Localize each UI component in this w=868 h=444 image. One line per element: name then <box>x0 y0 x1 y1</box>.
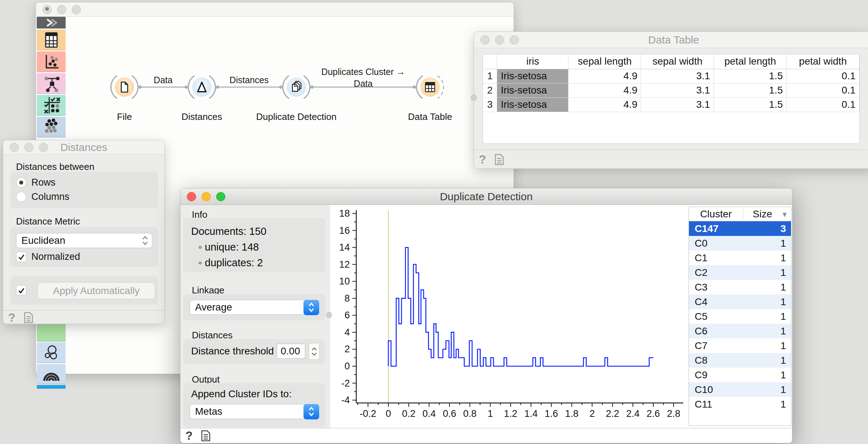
cluster-row[interactable]: C41 <box>689 294 791 309</box>
column-header[interactable]: iris <box>497 54 568 69</box>
help-icon[interactable]: ? <box>8 312 15 323</box>
cluster-row[interactable]: C91 <box>689 368 791 382</box>
workflow-node-distances[interactable] <box>188 76 215 98</box>
threshold-label: Distance threshold <box>191 345 274 357</box>
zoom-button[interactable] <box>72 5 81 14</box>
value-cell: 3.1 <box>641 69 714 83</box>
category-arcs[interactable] <box>37 364 66 384</box>
chevron-up-down-icon <box>303 404 319 419</box>
help-icon[interactable]: ? <box>185 430 193 442</box>
workflow-node-data-table[interactable] <box>417 76 444 98</box>
cluster-row[interactable]: C11 <box>689 251 791 265</box>
value-cell: 0.1 <box>787 97 859 112</box>
category-data[interactable] <box>37 30 66 50</box>
linkage-select[interactable]: Average <box>190 300 319 315</box>
report-icon[interactable] <box>495 154 504 165</box>
column-header[interactable]: sepal length <box>568 54 641 69</box>
table-header-row: irissepal lengthsepal widthpetal lengthp… <box>483 54 859 69</box>
y-tick-label: 16 <box>339 225 350 236</box>
column-header[interactable]: petal width <box>787 54 859 69</box>
value-cell: 4.9 <box>568 97 641 112</box>
canvas-titlebar[interactable] <box>36 2 514 17</box>
collapse-toolbar-button[interactable] <box>37 17 66 29</box>
window-edge-handle[interactable] <box>471 95 477 101</box>
cluster-row[interactable]: C111 <box>689 397 791 412</box>
cluster-size: 1 <box>748 399 791 410</box>
append-select[interactable]: Metas <box>190 404 319 419</box>
cluster-id: C11 <box>689 399 748 410</box>
data-table-window: Data Table irissepal lengthsepal widthpe… <box>474 31 868 169</box>
report-icon[interactable] <box>201 430 210 442</box>
workflow-node-duplicate-detection[interactable] <box>283 76 310 98</box>
cluster-row[interactable]: C51 <box>689 309 791 324</box>
column-header[interactable]: sepal width <box>641 54 714 69</box>
cluster-row[interactable]: C71 <box>689 338 791 353</box>
close-button[interactable] <box>187 192 196 201</box>
category-visualize[interactable] <box>37 51 66 72</box>
help-icon[interactable]: ? <box>479 153 486 165</box>
y-tick-label: 4 <box>344 327 350 338</box>
cluster-size: 1 <box>748 355 791 366</box>
column-header[interactable]: petal length <box>714 54 787 69</box>
cluster-size: 1 <box>748 282 791 293</box>
data-table-titlebar[interactable]: Data Table <box>474 32 868 48</box>
report-icon[interactable] <box>24 312 33 323</box>
cluster-table[interactable]: ClusterSize▼C1473C01C11C21C31C41C51C61C7… <box>689 207 791 426</box>
window-title: Duplicate Detection <box>180 188 792 205</box>
iris-table-panel[interactable]: irissepal lengthsepal widthpetal lengthp… <box>482 54 860 144</box>
cluster-row[interactable]: C101 <box>689 382 791 397</box>
minimize-button[interactable] <box>24 143 34 152</box>
sort-descending-icon[interactable]: ▼ <box>781 211 788 219</box>
cluster-row[interactable]: C21 <box>689 265 791 280</box>
category-partial-blue[interactable] <box>37 385 66 389</box>
apply-group: Apply Automatically <box>10 276 158 305</box>
zoom-button[interactable] <box>216 192 225 201</box>
circles-icon <box>37 342 66 363</box>
minimize-button[interactable] <box>495 35 504 45</box>
minimize-button[interactable] <box>57 5 66 14</box>
linkage-box: Average <box>183 294 325 321</box>
zoom-button[interactable] <box>39 143 48 152</box>
table-row[interactable]: 1Iris-setosa4.93.11.50.1 <box>483 69 859 83</box>
table-row[interactable]: 2Iris-setosa4.93.11.50.1 <box>483 83 859 97</box>
x-tick-label: 0.8 <box>463 408 477 419</box>
cluster-size: 1 <box>748 238 791 249</box>
distances-between-group: Rows Columns <box>10 172 158 208</box>
category-evaluate[interactable] <box>37 95 66 116</box>
table-row[interactable]: 3Iris-setosa4.93.11.50.1 <box>483 97 859 112</box>
zoom-button[interactable] <box>510 35 519 45</box>
cluster-column-header[interactable]: Cluster <box>689 209 743 219</box>
auto-apply-checkbox[interactable] <box>16 285 26 296</box>
workflow-node-file[interactable] <box>111 76 138 98</box>
category-unsupervised[interactable] <box>37 117 66 137</box>
close-button[interactable] <box>42 5 52 14</box>
append-value: Metas <box>195 406 222 417</box>
cluster-size: 1 <box>748 384 791 395</box>
cluster-row[interactable]: C01 <box>689 236 791 251</box>
cluster-row[interactable]: C81 <box>689 353 791 368</box>
close-button[interactable] <box>480 35 490 45</box>
category-model[interactable] <box>37 73 66 94</box>
normalized-checkbox[interactable]: Normalized <box>16 251 80 262</box>
duplicate-detection-titlebar[interactable]: Duplicate Detection <box>180 188 792 205</box>
distance-histogram-plot[interactable]: -0.200.20.40.60.811.21.41.61.822.22.42.6… <box>330 205 687 428</box>
cluster-row[interactable]: C61 <box>689 324 791 338</box>
cluster-row[interactable]: C1473 <box>689 221 791 236</box>
cluster-id: C9 <box>689 369 748 381</box>
append-label: Append Cluster IDs to: <box>191 388 292 400</box>
threshold-stepper[interactable] <box>309 343 320 360</box>
close-button[interactable] <box>10 143 19 152</box>
apply-automatically-button[interactable]: Apply Automatically <box>37 282 155 299</box>
distance-metric-value: Euclidean <box>21 235 65 246</box>
data-icon <box>37 30 66 50</box>
distance-metric-select[interactable]: Euclidean <box>16 233 152 248</box>
minimize-button[interactable] <box>201 192 211 201</box>
cluster-row[interactable]: C31 <box>689 280 791 294</box>
distances-titlebar[interactable]: Distances <box>3 140 164 155</box>
splitter-handle[interactable] <box>326 312 332 318</box>
rows-radio[interactable]: Rows <box>16 177 56 188</box>
cluster-id: C4 <box>689 296 748 308</box>
category-circles[interactable] <box>37 342 66 363</box>
columns-radio[interactable]: Columns <box>16 191 70 202</box>
threshold-input[interactable]: 0.00 <box>277 344 305 359</box>
